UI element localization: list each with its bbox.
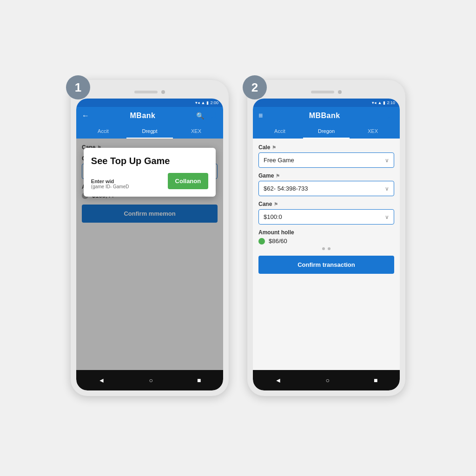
flag-icon-cane: ⚑ — [274, 202, 278, 207]
search-icon[interactable]: 🔍 — [196, 112, 204, 119]
cale-dropdown[interactable]: Free Game ∨ — [258, 152, 394, 168]
step-1-badge: 1 — [66, 75, 90, 99]
nav-recent-2[interactable]: ■ — [374, 377, 377, 384]
signal-icon: ▾◂ — [195, 100, 200, 105]
game-dropdown-2[interactable]: $62- 54:398-733 ∨ — [258, 181, 394, 196]
popup-title: See Top Up Game — [91, 155, 208, 166]
cane-dropdown[interactable]: $100:0 ∨ — [258, 209, 394, 225]
phone-1-camera — [161, 90, 165, 94]
step-2-badge: 2 — [243, 75, 267, 99]
tab-xex-2[interactable]: XEX — [350, 125, 396, 139]
wifi-icon: ▲ — [201, 100, 205, 105]
phone-2-app-title: MBBank — [309, 112, 340, 120]
cane-label-2: Cane ⚑ — [258, 201, 394, 207]
phone-1-speaker — [134, 91, 158, 93]
tab-dregpt[interactable]: Dregpt — [126, 125, 173, 139]
menu-icon[interactable]: ≡ — [258, 112, 263, 120]
phone-1-inner: ▾◂ ▲ ▮ 2:00 ← MBank 🔍 👤 — [76, 99, 223, 390]
tab-dregon[interactable]: Dregon — [303, 125, 350, 139]
dot-1 — [322, 247, 325, 250]
amount-dot-2 — [258, 238, 265, 245]
nav-home-2[interactable]: ○ — [325, 377, 329, 384]
phone-1-app-title: MBank — [130, 112, 156, 120]
user-icon[interactable]: 👤 — [210, 112, 218, 119]
step-1-wrapper: 1 ▾◂ ▲ ▮ 2:00 ← — [71, 80, 229, 396]
phone-2-status-icons: ▾◂ ▲ ▮ 2:10 — [372, 100, 395, 105]
phone-1-tabs: Accit Dregpt XEX — [76, 125, 223, 139]
phone-1-bottom-nav: ◄ ○ ■ — [76, 370, 223, 390]
chevron-down-icon-game: ∨ — [385, 185, 389, 192]
step-2-wrapper: 2 ▾◂ ▲ ▮ 2:10 ≡ — [247, 80, 405, 396]
dots-indicator — [258, 247, 394, 250]
phone-2-inner: ▾◂ ▲ ▮ 2:10 ≡ MBBank 👤 Accit — [253, 99, 400, 390]
chevron-down-icon-cale: ∨ — [385, 157, 389, 164]
collanon-button[interactable]: Collanon — [168, 173, 209, 189]
battery-icon-2: ▮ — [383, 100, 385, 105]
phone-2-content: Cale ⚑ Free Game ∨ Game ⚑ $62- 54:398-73… — [253, 139, 400, 370]
chevron-down-icon-cane: ∨ — [385, 214, 389, 220]
popup-overlay: See Top Up Game Enter wid (game ID- Game… — [76, 139, 223, 370]
flag-icon-2: ⚑ — [272, 145, 276, 150]
wifi-icon-2: ▲ — [378, 100, 382, 105]
phone-1-header: ← MBank 🔍 👤 — [76, 107, 223, 125]
popup-text: Enter wid (game ID- GameD — [91, 178, 129, 189]
phone-1-status-icons: ▾◂ ▲ ▮ 2:00 — [195, 100, 218, 105]
main-scene: 1 ▾◂ ▲ ▮ 2:00 ← — [0, 0, 476, 476]
phone-1-top-bar — [76, 86, 223, 99]
game-label-2: Game ⚑ — [258, 172, 394, 179]
phone-1-header-icons: 🔍 👤 — [196, 112, 218, 119]
user-icon-2[interactable]: 👤 — [386, 112, 394, 119]
popup-subtitle: Enter wid — [91, 178, 129, 184]
tab-accit-2[interactable]: Accit — [257, 125, 303, 139]
phone-1-status-bar: ▾◂ ▲ ▮ 2:00 — [76, 99, 223, 107]
tab-accit-1[interactable]: Accit — [80, 125, 126, 139]
phone-2: ▾◂ ▲ ▮ 2:10 ≡ MBBank 👤 Accit — [247, 80, 405, 396]
phone-2-camera — [338, 90, 342, 94]
phone-1-content: Cane ⚑ See Top Up Game Enter wid (game I… — [76, 139, 223, 370]
time-display: 2:00 — [210, 100, 218, 105]
battery-icon: ▮ — [206, 100, 209, 105]
phone-2-header-icons: 👤 — [386, 112, 394, 119]
nav-back-1[interactable]: ◄ — [99, 377, 105, 384]
popup-row: Enter wid (game ID- GameD Collanon — [91, 173, 208, 189]
signal-icon-2: ▾◂ — [372, 100, 377, 105]
amount-value-2: $86/60 — [269, 238, 287, 245]
phone-2-speaker — [311, 91, 334, 93]
time-display-2: 2:10 — [387, 100, 395, 105]
amount-label-2: Amount holle — [258, 229, 394, 236]
phone-2-header: ≡ MBBank 👤 — [253, 107, 400, 125]
nav-recent-1[interactable]: ■ — [197, 377, 201, 384]
flag-icon-game: ⚑ — [276, 173, 280, 178]
phone-2-top-bar — [253, 86, 400, 99]
nav-back-2[interactable]: ◄ — [275, 377, 282, 384]
phone-2-tabs: Accit Dregon XEX — [253, 125, 400, 139]
popup-hint: (game ID- GameD — [91, 184, 129, 189]
confirm-transaction-button[interactable]: Confirm transaction — [258, 256, 394, 274]
phone-2-status-bar: ▾◂ ▲ ▮ 2:10 — [253, 99, 400, 107]
dot-2 — [328, 247, 331, 250]
tab-xex-1[interactable]: XEX — [173, 125, 219, 139]
phone-1: ▾◂ ▲ ▮ 2:00 ← MBank 🔍 👤 — [71, 80, 229, 396]
nav-home-1[interactable]: ○ — [149, 377, 152, 384]
cale-label: Cale ⚑ — [258, 144, 394, 151]
phone-2-bottom-nav: ◄ ○ ■ — [253, 370, 400, 390]
popup-card: See Top Up Game Enter wid (game ID- Game… — [84, 148, 216, 197]
back-icon[interactable]: ← — [82, 112, 89, 120]
amount-row-2: $86/60 — [258, 238, 394, 245]
